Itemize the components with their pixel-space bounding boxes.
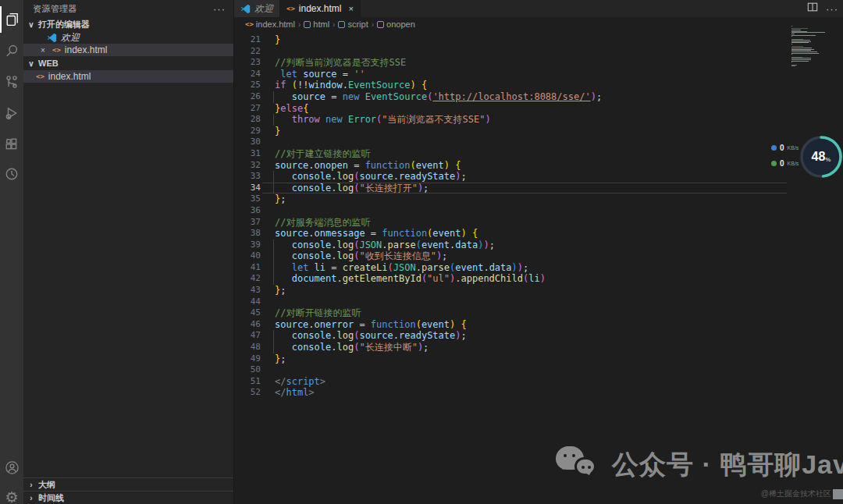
code-line[interactable]: 45//对断开链接的监听 xyxy=(234,307,843,319)
line-number: 24 xyxy=(234,69,261,80)
sidebar-more-icon[interactable]: ··· xyxy=(213,3,226,15)
editor-actions: ··· xyxy=(807,0,838,17)
code-line[interactable]: 32source.onopen = function(event) { xyxy=(234,160,843,172)
breadcrumb-item-script[interactable]: script xyxy=(338,20,368,29)
code-line[interactable]: 40 console.log("收到长连接信息"); xyxy=(234,250,843,262)
code-line[interactable]: 49}; xyxy=(234,353,843,365)
indent-guide xyxy=(273,240,274,251)
close-icon[interactable]: × xyxy=(37,46,48,55)
split-editor-icon[interactable] xyxy=(807,2,818,16)
source-control-icon[interactable] xyxy=(0,69,23,95)
net-download-row: 0 KB/s xyxy=(771,158,799,169)
code-text: source.onerror = function(event) { xyxy=(275,319,467,331)
code-line[interactable]: 47 console.log(source.readyState); xyxy=(234,330,843,342)
line-number: 22 xyxy=(234,46,261,58)
code-text: </html> xyxy=(275,387,315,399)
sidebar-title-row: 资源管理器 ··· xyxy=(23,0,233,17)
line-number: 31 xyxy=(234,148,261,160)
gauge-value: 48% xyxy=(799,135,843,179)
code-line[interactable]: 39 console.log(JSON.parse(event.data)); xyxy=(234,240,843,251)
code-line[interactable]: 34 console.log("长连接打开"); xyxy=(234,183,843,194)
cpu-gauge: 48% xyxy=(799,135,843,179)
account-icon[interactable] xyxy=(0,454,23,481)
breadcrumb-item-onopen[interactable]: onopen xyxy=(377,20,415,29)
code-line[interactable]: 29} xyxy=(234,126,843,137)
vscode-logo-icon xyxy=(240,4,251,14)
code-line[interactable]: 33 console.log(source.readyState); xyxy=(234,171,843,183)
code-line[interactable]: 23//判断当前浏览器是否支持SSE xyxy=(234,57,843,69)
code-text: console.log(source.readyState); xyxy=(275,330,467,342)
timeline-section-header[interactable]: › 时间线 xyxy=(23,491,233,504)
code-line[interactable]: 37//对服务端消息的监听 xyxy=(234,217,843,229)
run-debug-icon[interactable] xyxy=(0,100,23,126)
code-text: throw new Error("当前浏览器不支持SSE") xyxy=(275,114,491,126)
code-line[interactable]: 50 xyxy=(234,364,843,376)
code-line[interactable]: 48 console.log("长连接中断"); xyxy=(234,342,843,353)
code-line[interactable]: 43}; xyxy=(234,285,843,296)
editor-area: 欢迎 <> index.html × ··· <> index.html › h… xyxy=(234,0,843,504)
indent-guide xyxy=(273,330,274,342)
open-editor-item-welcome[interactable]: 欢迎 xyxy=(23,31,233,44)
more-actions-icon[interactable]: ··· xyxy=(826,3,838,15)
extensions-icon[interactable] xyxy=(0,131,23,158)
code-line[interactable]: 38source.onmessage = function(event) { xyxy=(234,228,843,240)
settings-gear-icon[interactable]: ⚙ xyxy=(0,484,23,504)
tab-label: 欢迎 xyxy=(254,2,273,16)
vscode-window: ⚙ 资源管理器 ··· ∨ 打开的编辑器 欢迎 × <> index.html … xyxy=(0,0,843,504)
line-number: 48 xyxy=(234,342,261,353)
code-text: let source = '' xyxy=(275,69,365,80)
code-line[interactable]: 35}; xyxy=(234,193,843,205)
open-editor-item-indexhtml[interactable]: × <> index.html xyxy=(23,44,233,56)
code-line[interactable]: 44 xyxy=(234,296,843,308)
code-line[interactable]: 21} xyxy=(234,34,843,46)
code-line[interactable]: 30 xyxy=(234,137,843,148)
indent-guide xyxy=(273,250,274,262)
code-editor[interactable]: 21}2223//判断当前浏览器是否支持SSE24 let source = '… xyxy=(234,34,843,399)
code-line[interactable]: 25if (!!window.EventSource) { xyxy=(234,80,843,91)
code-line[interactable]: 42 document.getElementById("ul").appendC… xyxy=(234,273,843,285)
code-line[interactable]: 22 xyxy=(234,46,843,58)
code-line[interactable]: 46source.onerror = function(event) { xyxy=(234,319,843,331)
explorer-icon[interactable] xyxy=(0,6,23,33)
line-number: 49 xyxy=(234,353,261,365)
wechat-icon xyxy=(556,446,599,484)
open-editors-header[interactable]: ∨ 打开的编辑器 xyxy=(23,17,233,31)
close-icon[interactable]: × xyxy=(349,4,354,13)
outline-section-header[interactable]: › 大纲 xyxy=(23,477,233,491)
download-speed: 0 xyxy=(780,159,784,168)
code-line[interactable]: 31//对于建立链接的监听 xyxy=(234,148,843,160)
tab-bar: 欢迎 <> index.html × xyxy=(234,0,843,17)
tab-indexhtml[interactable]: <> index.html × xyxy=(280,0,361,17)
indent-guide xyxy=(273,342,274,353)
code-line[interactable]: 26 source = new EventSource('http://loca… xyxy=(234,91,843,103)
line-number: 21 xyxy=(234,34,261,46)
breadcrumb-item-file[interactable]: <> index.html xyxy=(245,20,295,29)
line-number: 40 xyxy=(234,250,261,262)
code-line[interactable]: 28 throw new Error("当前浏览器不支持SSE") xyxy=(234,114,843,126)
tab-welcome[interactable]: 欢迎 xyxy=(234,0,280,17)
code-line[interactable]: 51</script> xyxy=(234,376,843,388)
line-number: 52 xyxy=(234,387,261,399)
upload-speed: 0 xyxy=(780,144,784,152)
minimap[interactable] xyxy=(791,26,831,104)
line-number: 35 xyxy=(234,193,261,205)
code-line[interactable]: 24 let source = '' xyxy=(234,69,843,80)
clock-extension-icon[interactable] xyxy=(0,161,23,187)
code-line[interactable]: 36 xyxy=(234,205,843,217)
line-number: 43 xyxy=(234,285,261,296)
folder-header-web[interactable]: ∨ WEB xyxy=(23,56,233,70)
code-line[interactable]: 27}else{ xyxy=(234,103,843,115)
code-text: } xyxy=(275,34,280,46)
code-text: } xyxy=(275,126,280,137)
line-number: 39 xyxy=(234,240,261,251)
sidebar-bottom-sections: › 大纲 › 时间线 xyxy=(23,477,233,504)
code-line[interactable]: 52</html> xyxy=(234,387,843,399)
search-icon[interactable] xyxy=(0,37,23,64)
code-text: console.log("长连接中断"); xyxy=(275,342,429,353)
code-text: console.log(source.readyState); xyxy=(275,171,467,183)
breadcrumb-item-html[interactable]: html xyxy=(304,20,329,29)
line-number: 30 xyxy=(234,137,261,148)
code-line[interactable]: 41 let li = createLi(JSON.parse(event.da… xyxy=(234,262,843,274)
file-item-indexhtml[interactable]: <> index.html xyxy=(23,70,233,83)
explorer-sidebar: 资源管理器 ··· ∨ 打开的编辑器 欢迎 × <> index.html ∨ … xyxy=(23,0,234,504)
